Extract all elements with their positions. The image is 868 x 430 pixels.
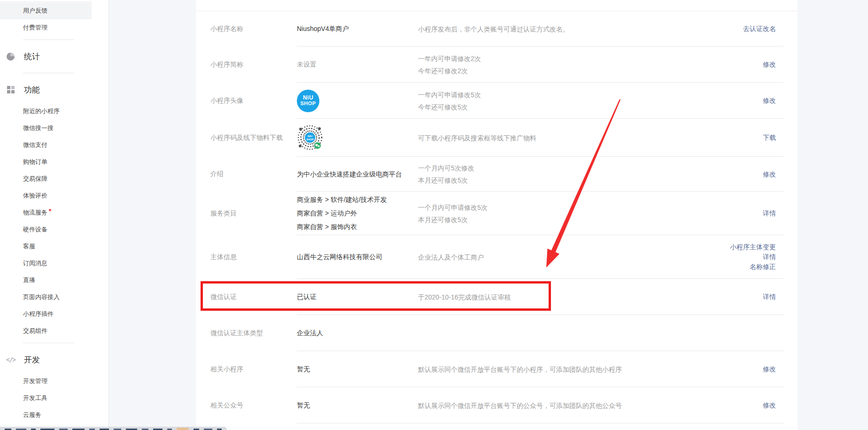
sidebar-section-label: 统计 [24,51,40,62]
action-link[interactable]: 去认证改名 [743,24,776,33]
settings-row: 微信认证已认证于2020-10-16完成微信认证审核详情 [196,279,798,315]
action-link[interactable]: 修改 [763,365,776,374]
settings-row: 微信认证主体类型企业法人 [196,315,798,351]
row-description-line: 于2020-10-16完成微信认证审核 [418,291,763,303]
sidebar-item-label: 交易保障 [23,175,47,182]
row-label: 微信认证 [196,293,297,301]
sidebar-item-label: 用户反馈 [23,7,47,14]
svg-text:NiU: NiU [308,135,312,138]
mini-program-avatar: NiUSHOP [297,90,319,112]
sidebar-item[interactable]: 硬件设备 [0,221,92,238]
sidebar-item-label: 开发管理 [23,377,47,384]
settings-row: 主体信息山西牛之云网络科技有限公司企业法人及个体工商户小程序主体变更详情名称修正 [196,235,798,279]
action-link[interactable]: 详情 [730,253,776,261]
sidebar-item-label: 购物订单 [23,158,47,165]
action-link[interactable]: 小程序主体变更 [730,243,776,252]
row-value-line: 商业服务 > 软件/建站/技术开发 [297,193,418,207]
row-label: 主体信息 [196,253,297,261]
sidebar-item[interactable]: 物流服务 [0,204,92,221]
action-link[interactable]: 名称修正 [730,262,776,271]
row-description: 一个月内可申请修改5次本月还可修改5次 [418,201,763,226]
row-value: 商业服务 > 软件/建站/技术开发商家自营 > 运动户外商家自营 > 服饰内衣 [297,193,418,234]
row-actions: 修改 [763,170,798,179]
row-value-line: 暂无 [297,362,418,376]
sidebar-item[interactable]: 付费管理 [0,19,92,36]
row-value-line: 山西牛之云网络科技有限公司 [297,250,418,264]
settings-row: 小程序简称未设置一年内可申请修改2次今年还可修改2次修改 [196,46,798,83]
sidebar-item-label: 微信搜一搜 [23,124,54,131]
row-actions: 修改 [763,401,798,410]
sidebar-item[interactable]: 订阅消息 [0,255,92,272]
settings-row: 小程序头像NiUSHOP一年内可申请修改5次今年还可修改5次修改 [196,83,798,119]
row-description: 小程序发布后，非个人类账号可通过认证方式改名。 [418,23,743,35]
row-label: 相关小程序 [196,365,297,374]
row-description-line: 今年还可修改5次 [418,101,763,113]
row-label: 介绍 [196,170,297,178]
sidebar-item[interactable]: 体验评价 [0,187,92,204]
row-description-line: 企业法人及个体工商户 [418,251,730,263]
sidebar-item-label: 开发工具 [23,394,47,401]
sidebar-item[interactable]: 开发管理 [0,373,92,390]
notification-dot-icon [49,209,51,211]
action-link[interactable]: 修改 [763,60,776,69]
row-description: 企业法人及个体工商户 [418,251,730,263]
sidebar-item[interactable]: 开发工具 [0,390,92,407]
sidebar-item[interactable]: 交易保障 [0,170,92,187]
sidebar-item[interactable]: 购物订单 [0,154,92,170]
sidebar-item[interactable]: 小程序插件 [0,306,92,322]
mini-program-qr-code: NiUSHOP [297,124,324,152]
sidebar-divider [23,73,74,73]
row-label: 小程序简称 [196,61,297,69]
sidebar-section[interactable]: 统计 [0,43,108,69]
row-description-line: 一个月内可申请修改5次 [418,201,763,214]
sidebar-item[interactable]: 交易组件 [0,322,92,339]
row-description: 一年内可申请修改2次今年还可修改2次 [418,53,763,77]
pie-chart-icon [7,53,15,61]
sidebar-section[interactable]: </>开发 [0,346,108,373]
sidebar-item-label: 订阅消息 [23,260,47,267]
action-link[interactable]: 详情 [763,209,776,218]
sidebar-item[interactable]: 客服 [0,238,92,255]
row-description: 一年内可申请修改5次今年还可修改5次 [418,89,763,113]
row-value: NiUSHOP [297,124,418,152]
row-value: 未设置 [297,58,418,71]
action-link[interactable]: 修改 [763,170,776,179]
settings-rows: 小程序名称NiushopV4单商户小程序发布后，非个人类账号可通过认证方式改名。… [196,11,798,423]
sidebar-item[interactable]: 附近的小程序 [0,103,92,120]
settings-card: 小程序名称NiushopV4单商户小程序发布后，非个人类账号可通过认证方式改名。… [196,0,798,430]
sidebar-item-label: 物流服务 [23,209,47,216]
row-value: 暂无 [297,399,418,412]
sidebar-item-label: 云服务 [23,411,41,418]
sidebar-item[interactable]: 微信搜一搜 [0,120,92,137]
action-link[interactable]: 下载 [763,133,776,142]
row-actions: 下载 [763,133,798,142]
action-link[interactable]: 修改 [763,96,776,105]
action-link[interactable]: 详情 [763,292,776,301]
settings-row: 介绍为中小企业快速搭建企业级电商平台一个月内可5次修改本月还可修改5次修改 [196,157,798,192]
sidebar-item-label: 付费管理 [23,24,47,31]
sidebar-divider [23,39,74,40]
row-label: 微信认证主体类型 [196,329,297,338]
row-description: 一个月内可5次修改本月还可修改5次 [418,162,763,186]
svg-text:SHOP: SHOP [306,138,314,141]
row-actions: 修改 [763,365,798,374]
row-value: 山西牛之云网络科技有限公司 [297,250,418,264]
row-value-line: 商家自营 > 运动户外 [297,207,418,220]
row-actions: 修改 [763,96,798,105]
sidebar-item-label: 直播 [23,276,35,284]
sidebar-item[interactable]: 用户反馈 [0,2,92,19]
sidebar-item[interactable]: 云服务 [0,407,92,423]
sidebar-divider [23,343,74,343]
sidebar-item-label: 客服 [23,243,35,250]
row-value: NiUSHOP [297,90,418,112]
row-actions: 修改 [763,60,798,69]
sidebar-item[interactable]: 直播 [0,272,92,289]
row-value: NiushopV4单商户 [297,22,418,36]
sidebar-section-label: 功能 [24,84,40,95]
sidebar-item[interactable]: 页面内容接入 [0,289,92,306]
settings-row: 相关小程序暂无默认展示同个微信开放平台账号下的小程序，可添加团队的其他小程序修改 [196,351,798,387]
sidebar-item[interactable]: 微信支付 [0,137,92,154]
sidebar-section[interactable]: 功能 [0,77,108,103]
action-link[interactable]: 修改 [763,401,776,410]
sidebar-section-label: 开发 [24,354,40,365]
